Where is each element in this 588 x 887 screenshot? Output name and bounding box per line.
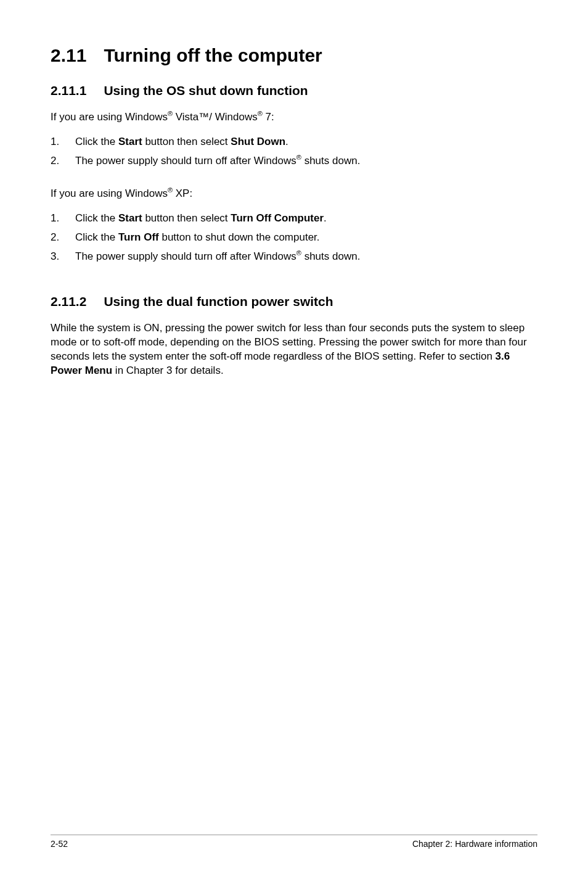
text: in Chapter 3 for details. <box>112 365 223 376</box>
step-number: 1. <box>51 211 75 226</box>
ordered-list: 1. Click the Start button then select Sh… <box>51 134 537 168</box>
step-text: The power supply should turn off after W… <box>75 249 360 265</box>
bold-text: Shut Down <box>231 136 285 147</box>
step-text: Click the Turn Off button to shut down t… <box>75 230 320 245</box>
text: The power supply should turn off after W… <box>75 250 296 262</box>
text: If you are using Windows <box>51 188 168 199</box>
list-item: 2. Click the Turn Off button to shut dow… <box>51 230 537 245</box>
registered-symbol: ® <box>296 249 301 257</box>
section-heading: 2.11Turning off the computer <box>51 44 537 67</box>
registered-symbol: ® <box>296 154 301 161</box>
page-footer: 2-52 Chapter 2: Hardware information <box>51 835 537 849</box>
registered-symbol: ® <box>168 110 173 118</box>
text: Vista™/ Windows <box>173 111 258 123</box>
registered-symbol: ® <box>168 187 173 194</box>
paragraph: If you are using Windows® XP: <box>51 187 537 201</box>
bold-text: Turn Off <box>118 231 159 243</box>
subsection-title: Using the dual function power switch <box>104 294 333 308</box>
paragraph: If you are using Windows® Vista™/ Window… <box>51 110 537 125</box>
text: Click the <box>75 136 118 147</box>
step-text: The power supply should turn off after W… <box>75 154 360 169</box>
paragraph: While the system is ON, pressing the pow… <box>51 321 537 378</box>
text: XP: <box>173 188 192 199</box>
subsection-title: Using the OS shut down function <box>104 83 308 97</box>
list-item: 1. Click the Start button then select Sh… <box>51 134 537 150</box>
text: button to shut down the computer. <box>159 231 320 243</box>
subsection-heading: 2.11.1Using the OS shut down function <box>51 83 537 98</box>
step-number: 1. <box>51 134 75 150</box>
list-item: 3. The power supply should turn off afte… <box>51 249 537 265</box>
text: shuts down. <box>301 155 360 167</box>
registered-symbol: ® <box>258 110 263 118</box>
page-number: 2-52 <box>51 839 68 849</box>
subsection-heading: 2.11.2Using the dual function power swit… <box>51 294 537 309</box>
text: button then select <box>142 136 231 147</box>
text: The power supply should turn off after W… <box>75 155 296 167</box>
text: While the system is ON, pressing the pow… <box>51 322 527 362</box>
ordered-list: 1. Click the Start button then select Tu… <box>51 211 537 264</box>
bold-text: Start <box>118 212 142 224</box>
text: If you are using Windows <box>51 111 168 123</box>
step-number: 3. <box>51 249 75 265</box>
step-number: 2. <box>51 154 75 169</box>
text: Click the <box>75 231 118 243</box>
subsection-number: 2.11.1 <box>51 83 86 98</box>
text: button then select <box>142 212 231 224</box>
text: 7: <box>263 111 274 123</box>
chapter-label: Chapter 2: Hardware information <box>412 839 537 849</box>
subsection-number: 2.11.2 <box>51 294 86 309</box>
list-item: 2. The power supply should turn off afte… <box>51 154 537 169</box>
section-title: Turning off the computer <box>104 45 322 65</box>
bold-text: Turn Off Computer <box>231 212 324 224</box>
text: . <box>285 136 288 147</box>
text: shuts down. <box>301 250 360 262</box>
section-number: 2.11 <box>51 44 86 67</box>
step-text: Click the Start button then select Shut … <box>75 134 288 150</box>
text: Click the <box>75 212 118 224</box>
step-number: 2. <box>51 230 75 245</box>
list-item: 1. Click the Start button then select Tu… <box>51 211 537 226</box>
bold-text: Start <box>118 136 142 147</box>
text: . <box>324 212 327 224</box>
step-text: Click the Start button then select Turn … <box>75 211 327 226</box>
